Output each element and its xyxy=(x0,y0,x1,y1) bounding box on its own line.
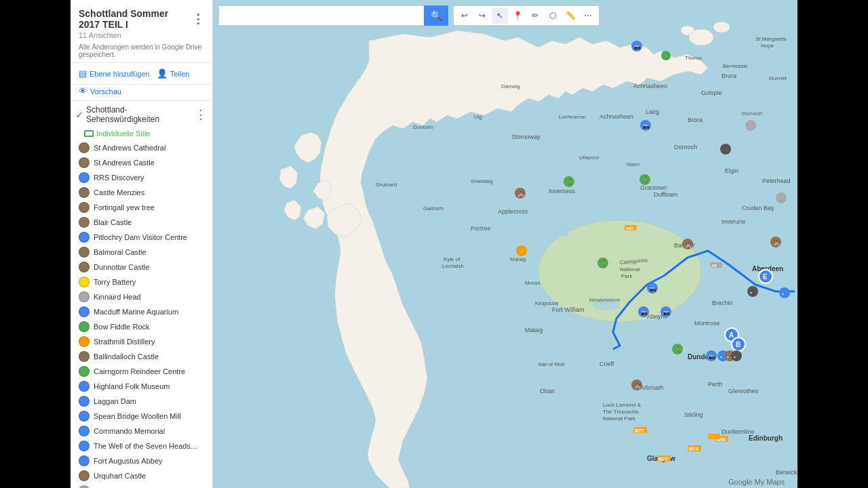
poi-name: Urquhart Castle xyxy=(94,472,146,480)
add-area-button[interactable]: ⬡ xyxy=(545,7,561,24)
share-label: Teilen xyxy=(170,70,190,78)
add-marker-button[interactable]: 📍 xyxy=(509,7,526,24)
poi-icon xyxy=(79,157,90,168)
poi-item[interactable]: Urquhart Castle xyxy=(71,468,212,483)
svg-text:Gruinard: Gruinard xyxy=(376,182,397,188)
redo-button[interactable]: ↪ xyxy=(474,7,490,24)
preview-button[interactable]: 👁 Vorschau xyxy=(79,86,121,96)
poi-item[interactable]: Balmoral Castle xyxy=(71,245,212,260)
svg-text:Oban: Oban xyxy=(540,388,555,394)
poi-item[interactable]: Macduff Marine Aquarium xyxy=(71,304,212,319)
poi-item[interactable]: Spean Bridge Woollen Mill xyxy=(71,409,212,424)
poi-icon xyxy=(79,366,90,377)
more-tools-button[interactable]: ⋯ xyxy=(580,7,596,24)
add-line-button[interactable]: ✏ xyxy=(527,7,543,24)
svg-text:Berwick: Berwick xyxy=(776,469,797,476)
sidebar-menu-icon[interactable]: ⋮ xyxy=(192,13,204,25)
svg-text:Lochcarron: Lochcarron xyxy=(559,114,586,120)
poi-name: Fort Augustus Abbey xyxy=(94,457,163,465)
poi-name: Highland Folk Museum xyxy=(94,382,170,390)
svg-text:Gairloch: Gairloch xyxy=(423,205,443,211)
poi-name: Macduff Marine Aquarium xyxy=(94,308,178,316)
poi-icon xyxy=(79,217,90,228)
poi-icon xyxy=(79,381,90,392)
poi-item[interactable]: Pitlochry Dam Visitor Centre xyxy=(71,230,212,245)
svg-point-123 xyxy=(776,192,787,203)
poi-item[interactable]: Dunnottar Castle xyxy=(71,260,212,274)
poi-item[interactable]: Tarbat Ness Lighthouse xyxy=(71,483,212,488)
poi-item[interactable]: Kinnaird Head xyxy=(71,289,212,304)
ruler-button[interactable]: 📏 xyxy=(562,7,578,24)
poi-item[interactable]: Highland Folk Museum xyxy=(71,379,212,394)
poi-item[interactable]: Fortingall yew tree xyxy=(71,200,212,215)
svg-text:National: National xyxy=(620,266,640,272)
sidebar-header: Schottland Sommer 2017 TEIL I ⋮ 11 Ansic… xyxy=(71,0,212,63)
svg-text:Loch Lomond &: Loch Lomond & xyxy=(603,402,642,408)
svg-rect-134 xyxy=(708,434,720,439)
poi-name: Kinnaird Head xyxy=(94,293,141,301)
layer-title: ✓ Schottland-Sehenswürdigkeiten xyxy=(76,105,195,124)
svg-text:Inverurie: Inverurie xyxy=(722,218,745,225)
svg-text:Glenrothes: Glenrothes xyxy=(728,388,759,394)
poi-item[interactable]: Commando Memorial xyxy=(71,424,212,439)
svg-text:B: B xyxy=(736,341,741,348)
sidebar-save-note: Alle Änderungen werden in Google Drive g… xyxy=(79,43,204,58)
poi-item[interactable]: The Well of the Seven Heads... xyxy=(71,439,212,453)
svg-text:Portree: Portree xyxy=(471,225,491,232)
svg-text:Stornoway: Stornoway xyxy=(511,134,540,140)
svg-text:Inverness: Inverness xyxy=(549,188,576,195)
poi-item[interactable]: Castle Menzies xyxy=(71,185,212,200)
poi-icon xyxy=(79,485,90,488)
svg-text:M74: M74 xyxy=(689,447,698,451)
poi-item[interactable]: Laggan Dam xyxy=(71,394,212,409)
svg-point-117 xyxy=(731,350,742,361)
svg-point-111 xyxy=(779,287,790,298)
svg-text:Kyle of: Kyle of xyxy=(443,256,460,262)
poi-name: Dunnottar Castle xyxy=(94,263,150,271)
poi-item[interactable]: Ballindalloch Castle xyxy=(71,349,212,364)
svg-text:Newtonmore: Newtonmore xyxy=(589,297,620,303)
svg-text:A: A xyxy=(729,331,734,339)
search-button[interactable]: 🔍 xyxy=(424,5,448,26)
search-input[interactable] xyxy=(219,11,424,21)
poi-icon xyxy=(79,277,90,287)
share-button[interactable]: 👤 Teilen xyxy=(157,68,190,79)
poi-name: Torry Battery xyxy=(94,278,136,286)
svg-text:Lochalsh: Lochalsh xyxy=(442,263,464,269)
poi-item[interactable]: RRS Discovery xyxy=(71,170,212,185)
poi-name: Pitlochry Dam Visitor Centre xyxy=(94,233,187,241)
poi-item[interactable]: Strathmill Distillery xyxy=(71,334,212,349)
svg-text:Brora: Brora xyxy=(722,73,736,79)
poi-item[interactable]: Cairngorm Reindeer Centre xyxy=(71,364,212,379)
poi-item[interactable]: St Andrews Cathedral xyxy=(71,140,212,155)
add-layer-button[interactable]: ▤ Ebene hinzufügen xyxy=(79,68,150,79)
svg-text:🚶: 🚶 xyxy=(675,346,683,354)
svg-text:🏰: 🏰 xyxy=(634,382,641,389)
left-black-bar xyxy=(0,0,71,488)
search-bar: 🔍 xyxy=(218,5,449,26)
svg-text:📷: 📷 xyxy=(709,353,715,360)
poi-item[interactable]: Torry Battery xyxy=(71,274,212,289)
svg-text:Fort William: Fort William xyxy=(552,306,585,313)
cursor-button[interactable]: ↖ xyxy=(492,7,508,24)
svg-text:E: E xyxy=(763,273,768,281)
svg-text:📷: 📷 xyxy=(634,43,641,50)
svg-text:🏰: 🏰 xyxy=(685,241,692,248)
svg-text:Dufftown: Dufftown xyxy=(654,191,677,198)
layer-menu-icon[interactable]: ⋮ xyxy=(195,108,207,121)
poi-item[interactable]: Bow Fiddle Rock xyxy=(71,319,212,334)
poi-icon xyxy=(79,232,90,243)
svg-text:Nairn: Nairn xyxy=(627,161,639,167)
poi-item[interactable]: Blair Castle xyxy=(71,215,212,230)
svg-point-5 xyxy=(557,156,574,237)
sidebar-title-text: Schottland Sommer 2017 TEIL I xyxy=(79,8,192,30)
undo-button[interactable]: ↩ xyxy=(456,7,473,24)
svg-text:Dunnet: Dunnet xyxy=(769,75,787,81)
poi-item[interactable]: St Andrews Castle xyxy=(71,155,212,170)
svg-text:Perth: Perth xyxy=(708,381,723,388)
svg-text:Dornoch: Dornoch xyxy=(742,110,762,117)
svg-text:Malaig: Malaig xyxy=(525,327,543,333)
poi-item[interactable]: Fort Augustus Abbey xyxy=(71,453,212,468)
svg-text:Ullapool: Ullapool xyxy=(579,155,599,161)
individual-style-row: Individuelle Stile xyxy=(71,128,212,140)
